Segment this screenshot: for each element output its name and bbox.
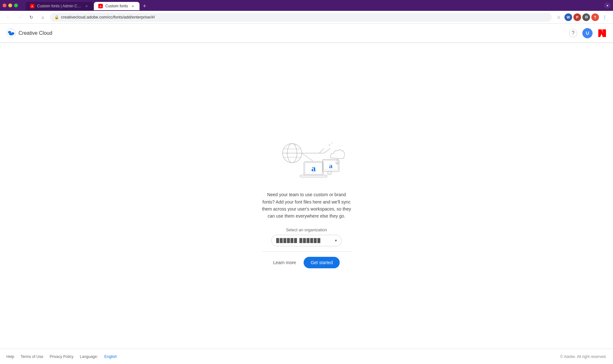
window-controls xyxy=(3,4,18,7)
svg-point-7 xyxy=(9,33,13,35)
privacy-link[interactable]: Privacy Policy xyxy=(49,354,73,359)
browser-title-bar: A Custom fonts | Admin Cons... ✕ A Custo… xyxy=(0,0,613,11)
minimize-window-button[interactable] xyxy=(8,4,12,7)
home-button[interactable]: ⌂ xyxy=(38,13,47,22)
more-button[interactable]: ⋮ xyxy=(600,13,609,22)
org-dropdown-arrow-icon: ▾ xyxy=(335,238,337,243)
browser-tabs: A Custom fonts | Admin Cons... ✕ A Custo… xyxy=(23,1,152,10)
browser-chrome: A Custom fonts | Admin Cons... ✕ A Custo… xyxy=(0,0,613,24)
url-text: creativecloud.adobe.com/cc/fonts/add/ent… xyxy=(61,15,155,19)
new-tab-button[interactable]: + xyxy=(140,2,149,10)
svg-text:+: + xyxy=(295,144,296,146)
tab2-close-button[interactable]: ✕ xyxy=(131,4,135,8)
content-divider xyxy=(262,251,351,252)
tab1-close-button[interactable]: ✕ xyxy=(84,4,89,8)
description-text: Need your team to use custom or brand fo… xyxy=(262,191,351,220)
forward-button[interactable]: → xyxy=(15,13,24,22)
app-header-actions: ? U xyxy=(569,28,607,38)
maximize-window-button[interactable] xyxy=(14,4,18,7)
browser-nav-bar: ← → ↻ ⌂ 🔒 creativecloud.adobe.com/cc/fon… xyxy=(0,11,613,24)
tab-dropdown-button[interactable]: ▾ xyxy=(604,2,610,9)
help-icon: ? xyxy=(572,30,575,36)
svg-rect-25 xyxy=(300,175,327,177)
user-avatar[interactable]: U xyxy=(582,28,593,38)
footer: Help Terms of Use Privacy Policy Languag… xyxy=(0,349,613,364)
svg-text:a: a xyxy=(329,162,333,170)
svg-rect-30 xyxy=(328,172,331,174)
tab2-favicon-icon: A xyxy=(98,4,103,8)
close-window-button[interactable] xyxy=(3,4,6,7)
user-avatar-initial: U xyxy=(586,31,589,36)
bookmark-button[interactable]: ☆ xyxy=(554,13,563,22)
language-label: Language: xyxy=(80,354,98,359)
ext-bookmarks-icon[interactable]: ⊟ xyxy=(582,13,590,21)
svg-text:A: A xyxy=(31,5,34,8)
reload-button[interactable]: ↻ xyxy=(27,13,36,22)
org-section: Select an organization ██████ ██████ ▾ xyxy=(262,227,351,246)
org-label: Select an organization xyxy=(286,227,327,232)
get-started-button[interactable]: Get started xyxy=(304,257,340,268)
ext-t-icon[interactable]: T xyxy=(591,13,599,21)
svg-text:+: + xyxy=(328,143,330,147)
learn-more-button[interactable]: Learn more xyxy=(273,260,296,265)
ext-w-icon[interactable]: W xyxy=(564,13,572,21)
browser-tab-2[interactable]: A Custom fonts ✕ xyxy=(94,2,140,10)
nav-actions: ☆ W P ⊟ T ⋮ xyxy=(554,13,609,22)
help-button[interactable]: ? xyxy=(569,29,577,37)
tab1-favicon-icon: A xyxy=(30,4,34,8)
tab-dropdown-icon: ▾ xyxy=(607,4,608,7)
help-link[interactable]: Help xyxy=(6,354,14,359)
ssl-lock-icon: 🔒 xyxy=(54,15,59,19)
org-select-value: ██████ ██████ xyxy=(276,238,321,243)
svg-line-21 xyxy=(324,153,330,156)
tab2-label: Custom fonts xyxy=(105,4,128,8)
app-logo-text: Creative Cloud xyxy=(19,30,52,36)
address-bar[interactable]: 🔒 creativecloud.adobe.com/cc/fonts/add/e… xyxy=(50,13,552,22)
terms-link[interactable]: Terms of Use xyxy=(21,354,43,359)
tab1-label: Custom fonts | Admin Cons... xyxy=(37,4,82,8)
org-select-dropdown[interactable]: ██████ ██████ ▾ xyxy=(271,235,342,246)
page-body: Creative Cloud ? U xyxy=(0,24,613,364)
app-logo: Creative Cloud xyxy=(6,28,52,38)
custom-fonts-illustration: + × + a xyxy=(268,139,345,183)
adobe-logo-icon xyxy=(598,29,607,38)
svg-text:A: A xyxy=(100,5,102,8)
app-header: Creative Cloud ? U xyxy=(0,24,613,43)
new-tab-icon: + xyxy=(143,3,146,10)
footer-links: Help Terms of Use Privacy Policy Languag… xyxy=(6,354,117,359)
content-container: + × + a xyxy=(262,139,351,268)
ext-p-icon[interactable]: P xyxy=(573,13,581,21)
svg-text:×: × xyxy=(331,142,333,145)
adobe-logo-button[interactable] xyxy=(598,29,607,38)
svg-text:a: a xyxy=(311,163,316,173)
browser-tab-1[interactable]: A Custom fonts | Admin Cons... ✕ xyxy=(26,2,93,10)
illustration: + × + a xyxy=(268,139,345,183)
language-value-link[interactable]: English xyxy=(104,354,117,359)
action-buttons: Learn more Get started xyxy=(273,257,340,268)
back-button[interactable]: ← xyxy=(4,13,13,22)
svg-line-20 xyxy=(324,148,330,153)
svg-line-32 xyxy=(302,153,313,161)
svg-line-14 xyxy=(319,148,324,153)
page-main: + × + a xyxy=(0,43,613,364)
creative-cloud-logo-icon xyxy=(6,28,16,38)
copyright-text: © Adobe. All right reserved. xyxy=(560,354,607,359)
